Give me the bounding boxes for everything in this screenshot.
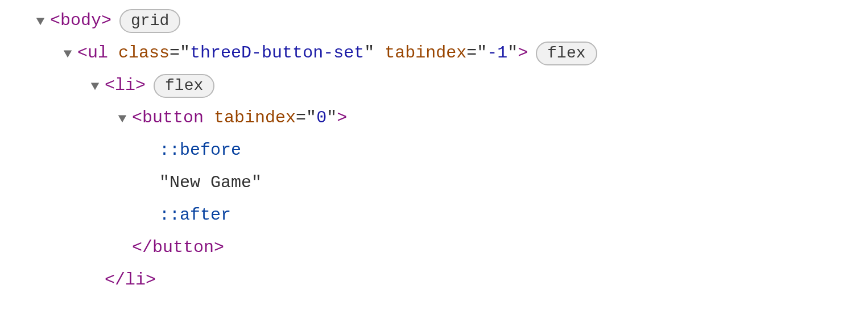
attr-value-tabindex: 0 xyxy=(316,108,326,127)
tag-name: li xyxy=(125,270,146,290)
tag-close: </li> xyxy=(105,264,156,296)
expand-arrow-icon[interactable] xyxy=(32,16,49,26)
dom-node-li[interactable]: <li> flex xyxy=(0,69,868,102)
attr-name-tabindex: tabindex xyxy=(385,43,466,63)
attr-name-class: class xyxy=(118,43,170,63)
layout-badge-grid[interactable]: grid xyxy=(119,9,180,33)
tag-name: body xyxy=(60,11,101,30)
layout-badge-flex[interactable]: flex xyxy=(154,74,214,98)
expand-arrow-icon[interactable] xyxy=(59,48,76,59)
pseudo-element: ::before xyxy=(159,134,241,167)
tag-name: li xyxy=(115,76,135,95)
tag-open: <body> xyxy=(50,5,111,37)
attr-name-tabindex: tabindex xyxy=(214,108,296,127)
tag-open: <button tabindex="0"> xyxy=(132,102,347,134)
tag-name: ul xyxy=(88,43,108,63)
expand-arrow-icon[interactable] xyxy=(86,81,104,91)
tag-open: <li> xyxy=(105,69,146,102)
attr-value-tabindex: -1 xyxy=(487,43,507,63)
layout-badge-flex[interactable]: flex xyxy=(536,42,597,65)
dom-node-pseudo-before[interactable]: ::before xyxy=(0,134,868,167)
dom-node-text[interactable]: "New Game" xyxy=(0,167,868,199)
attr-value-class: threeD-button-set xyxy=(190,43,364,63)
dom-tree: <body> grid <ul class="threeD-button-set… xyxy=(0,0,868,296)
dom-node-li-close[interactable]: </li> xyxy=(0,264,868,296)
dom-node-pseudo-after[interactable]: ::after xyxy=(0,199,868,232)
text-content: "New Game" xyxy=(159,167,262,199)
tag-close: </button> xyxy=(132,232,224,264)
pseudo-element: ::after xyxy=(159,199,231,232)
dom-node-ul[interactable]: <ul class="threeD-button-set" tabindex="… xyxy=(0,37,868,69)
expand-arrow-icon[interactable] xyxy=(114,113,131,123)
tag-name: button xyxy=(152,238,214,257)
dom-node-button-close[interactable]: </button> xyxy=(0,232,868,264)
dom-node-body[interactable]: <body> grid xyxy=(0,5,868,37)
tag-name: button xyxy=(142,108,204,127)
dom-node-button[interactable]: <button tabindex="0"> xyxy=(0,102,868,134)
tag-open: <ul class="threeD-button-set" tabindex="… xyxy=(77,37,528,69)
